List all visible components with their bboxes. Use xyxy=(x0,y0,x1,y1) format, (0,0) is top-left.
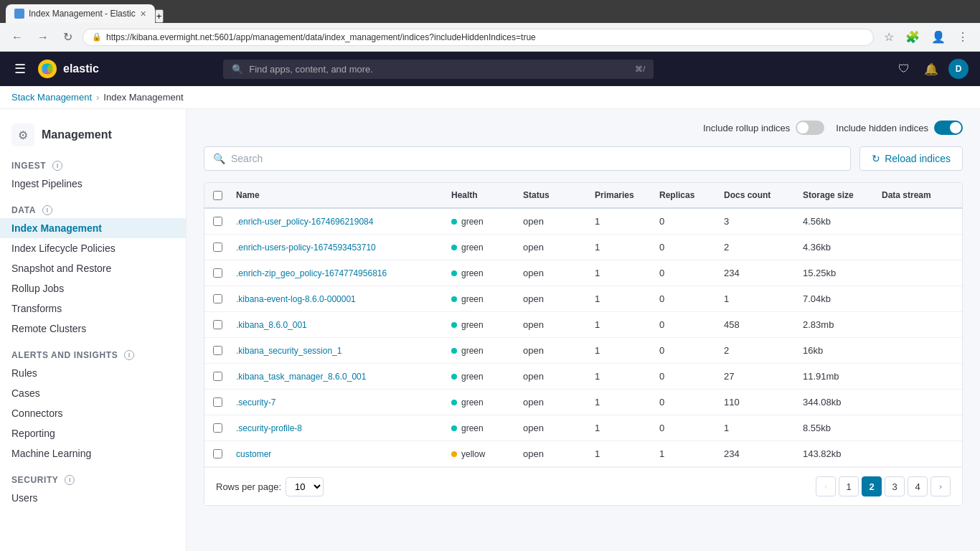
row-storage-5: 16kb xyxy=(797,338,876,363)
row-checkbox-3[interactable] xyxy=(213,294,222,303)
row-storage-8: 8.55kb xyxy=(797,415,876,441)
sidebar-item-connectors[interactable]: Connectors xyxy=(0,403,186,423)
forward-btn[interactable]: → xyxy=(33,28,53,47)
browser-toolbar: ← → ↻ 🔒 https://kibana.evermight.net:560… xyxy=(0,23,980,52)
row-status-2: open xyxy=(517,260,589,286)
row-checkbox-8[interactable] xyxy=(213,423,222,433)
page-btn-2[interactable]: 2 xyxy=(862,476,882,496)
row-replicas-2: 0 xyxy=(654,260,718,286)
rows-per-page-label: Rows per page: xyxy=(216,481,281,492)
sidebar-section-alerts: Alerts and Insights i xyxy=(0,344,186,363)
table-header: Name Health Status Primaries Replicas Do… xyxy=(204,183,962,209)
row-primaries-8: 1 xyxy=(589,415,654,441)
data-header-label: Data xyxy=(11,205,36,215)
row-name-4[interactable]: .kibana_8.6.0_001 xyxy=(230,312,446,337)
include-hidden-toggle[interactable] xyxy=(934,121,963,135)
reload-page-btn[interactable]: ↻ xyxy=(59,27,77,47)
sidebar-item-snapshot-restore[interactable]: Snapshot and Restore xyxy=(0,258,186,278)
row-checkbox-6[interactable] xyxy=(213,372,222,381)
sidebar-item-index-lifecycle-policies[interactable]: Index Lifecycle Policies xyxy=(0,238,186,258)
tab-bar: Index Management - Elastic ✕ + xyxy=(6,4,974,23)
row-docs-2: 234 xyxy=(718,260,797,286)
tab-close-btn[interactable]: ✕ xyxy=(140,9,146,19)
row-checkbox-7[interactable] xyxy=(213,397,222,407)
sidebar-item-ingest-pipelines[interactable]: Ingest Pipelines xyxy=(0,174,186,194)
sidebar-item-rules[interactable]: Rules xyxy=(0,363,186,383)
extensions-btn[interactable]: 🧩 xyxy=(901,27,924,47)
reload-indices-btn[interactable]: ↻ Reload indices xyxy=(859,146,963,171)
sidebar-item-index-management[interactable]: Index Management xyxy=(0,218,186,238)
row-checkbox-9[interactable] xyxy=(213,449,222,458)
address-bar[interactable]: 🔒 https://kibana.evermight.net:5601/app/… xyxy=(83,29,874,46)
page-btn-1[interactable]: 1 xyxy=(839,476,859,496)
search-input[interactable] xyxy=(231,153,842,164)
bookmark-btn[interactable]: ☆ xyxy=(880,27,898,47)
breadcrumb-index-management: Index Management xyxy=(103,92,183,103)
user-avatar[interactable]: D xyxy=(948,59,969,79)
top-nav: ☰ elastic 🔍 ⌘/ 🛡 🔔 D xyxy=(0,52,980,86)
sidebar-item-transforms[interactable]: Transforms xyxy=(0,298,186,319)
row-name-9[interactable]: customer xyxy=(230,441,446,466)
page-btn-4[interactable]: 4 xyxy=(908,476,928,496)
row-name-2[interactable]: .enrich-zip_geo_policy-1674774956816 xyxy=(230,260,446,286)
profile-btn[interactable]: 👤 xyxy=(927,27,950,47)
bell-nav-btn[interactable]: 🔔 xyxy=(920,60,943,79)
global-search-input[interactable] xyxy=(249,64,629,75)
row-replicas-1: 0 xyxy=(654,235,718,260)
sidebar-item-cases[interactable]: Cases xyxy=(0,383,186,403)
table-row: .kibana_8.6.0_001 green open 1 0 458 2.8… xyxy=(204,312,962,338)
indices-table: Name Health Status Primaries Replicas Do… xyxy=(204,182,963,506)
th-primaries: Primaries xyxy=(589,183,654,207)
include-rollup-toggle[interactable] xyxy=(796,121,824,135)
rollup-slider xyxy=(796,121,824,135)
sidebar-item-remote-clusters[interactable]: Remote Clusters xyxy=(0,319,186,339)
health-dot-5 xyxy=(451,348,457,354)
sidebar-item-machine-learning[interactable]: Machine Learning xyxy=(0,443,186,463)
sidebar-item-reporting[interactable]: Reporting xyxy=(0,423,186,443)
row-checkbox-0[interactable] xyxy=(213,217,222,226)
rows-per-page-select[interactable]: 10 25 50 xyxy=(286,477,324,496)
tab-title: Index Management - Elastic xyxy=(29,9,136,19)
row-status-3: open xyxy=(517,286,589,311)
breadcrumb-stack-management[interactable]: Stack Management xyxy=(11,92,92,103)
reload-btn-label: Reload indices xyxy=(885,153,951,164)
back-btn[interactable]: ← xyxy=(7,28,27,47)
row-name-7[interactable]: .security-7 xyxy=(230,390,446,415)
prev-page-btn[interactable]: ‹ xyxy=(816,476,836,496)
row-name-3[interactable]: .kibana-event-log-8.6.0-000001 xyxy=(230,286,446,311)
row-docs-3: 1 xyxy=(718,286,797,311)
row-checkbox-5[interactable] xyxy=(213,346,222,355)
next-page-btn[interactable]: › xyxy=(930,476,951,496)
health-dot-4 xyxy=(451,322,457,328)
include-hidden-toggle-wrap: Include hidden indices xyxy=(836,121,963,135)
row-name-6[interactable]: .kibana_task_manager_8.6.0_001 xyxy=(230,364,446,389)
include-rollup-label: Include rollup indices xyxy=(703,123,790,133)
row-name-0[interactable]: .enrich-user_policy-1674696219084 xyxy=(230,209,446,234)
row-replicas-9: 1 xyxy=(654,441,718,466)
row-checkbox-4[interactable] xyxy=(213,320,222,329)
row-checkbox-2[interactable] xyxy=(213,268,222,278)
hamburger-btn[interactable]: ☰ xyxy=(11,58,29,80)
search-box-icon: 🔍 xyxy=(213,153,225,164)
th-status: Status xyxy=(517,183,589,207)
sidebar: ⚙ Management Ingest i Ingest Pipelines D… xyxy=(0,109,187,551)
row-name-8[interactable]: .security-profile-8 xyxy=(230,415,446,441)
main-content: Include rollup indices Include hidden in… xyxy=(187,109,980,551)
reload-icon: ↻ xyxy=(872,153,880,164)
row-checkbox-1[interactable] xyxy=(213,242,222,252)
menu-btn[interactable]: ⋮ xyxy=(953,27,973,47)
global-search-wrap[interactable]: 🔍 ⌘/ xyxy=(223,60,654,79)
sidebar-item-users[interactable]: Users xyxy=(0,488,186,508)
page-btn-3[interactable]: 3 xyxy=(885,476,905,496)
row-datastream-5 xyxy=(876,338,962,363)
shield-nav-btn[interactable]: 🛡 xyxy=(894,60,914,78)
new-tab-btn[interactable]: + xyxy=(155,9,164,23)
elastic-logo-icon xyxy=(37,59,57,79)
row-docs-7: 110 xyxy=(718,390,797,415)
body-layout: ⚙ Management Ingest i Ingest Pipelines D… xyxy=(0,109,980,551)
table-row: .security-profile-8 green open 1 0 1 8.5… xyxy=(204,415,962,441)
select-all-checkbox[interactable] xyxy=(213,191,222,200)
row-name-5[interactable]: .kibana_security_session_1 xyxy=(230,338,446,363)
sidebar-item-rollup-jobs[interactable]: Rollup Jobs xyxy=(0,278,186,298)
row-name-1[interactable]: .enrich-users-policy-1674593453710 xyxy=(230,235,446,260)
